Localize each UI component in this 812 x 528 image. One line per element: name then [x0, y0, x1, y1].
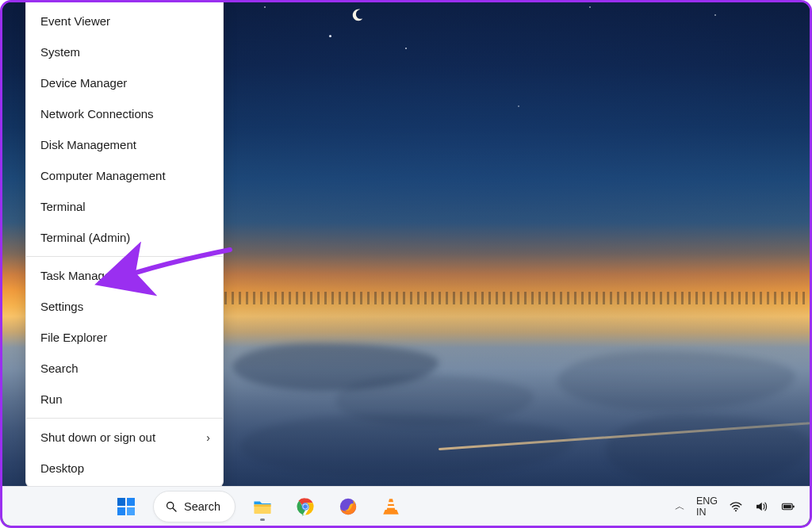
- menu-item-label: Terminal (Admin): [40, 231, 130, 244]
- menu-item-label: Event Viewer: [40, 14, 110, 28]
- lang-top: ENG: [696, 495, 718, 507]
- menu-separator: [26, 418, 223, 419]
- taskbar-app-chrome[interactable]: [289, 491, 321, 522]
- star-icon: [589, 6, 591, 8]
- moon-icon: [350, 7, 367, 25]
- winx-item-event-viewer[interactable]: Event Viewer: [26, 6, 223, 36]
- menu-item-label: Settings: [40, 300, 83, 313]
- star-icon: [518, 105, 519, 107]
- menu-item-label: Desktop: [40, 461, 84, 475]
- svg-rect-0: [117, 498, 125, 506]
- menu-item-label: Computer Management: [40, 169, 166, 182]
- winx-item-disk-management[interactable]: Disk Management: [26, 129, 223, 160]
- winx-item-system[interactable]: System: [26, 36, 223, 67]
- horizon-trees: [224, 292, 810, 304]
- battery-icon[interactable]: [779, 499, 797, 514]
- menu-item-label: File Explorer: [40, 331, 107, 344]
- search-label: Search: [184, 500, 220, 513]
- winx-item-terminal[interactable]: Terminal: [26, 191, 223, 222]
- volume-icon[interactable]: [754, 499, 768, 514]
- running-indicator: [260, 518, 265, 521]
- winx-item-search[interactable]: Search: [26, 353, 223, 384]
- winx-item-desktop[interactable]: Desktop: [26, 453, 223, 484]
- winx-item-network-connections[interactable]: Network Connections: [26, 98, 223, 129]
- winx-item-shut-down-or-sign-out[interactable]: Shut down or sign out›: [26, 422, 223, 453]
- menu-item-label: Run: [40, 392, 63, 406]
- star-icon: [405, 48, 407, 49]
- svg-rect-1: [127, 498, 135, 506]
- winx-menu: Event ViewerSystemDevice ManagerNetwork …: [25, 2, 224, 488]
- shadow: [240, 415, 573, 478]
- taskbar: Search: [2, 486, 810, 526]
- svg-rect-13: [388, 502, 393, 503]
- start-button[interactable]: [110, 491, 142, 522]
- wifi-icon[interactable]: [729, 499, 743, 514]
- svg-rect-2: [117, 507, 125, 515]
- menu-item-label: Disk Management: [40, 138, 136, 151]
- menu-separator: [26, 256, 223, 257]
- chevron-right-icon: ›: [206, 431, 210, 444]
- lang-bottom: IN: [696, 507, 718, 518]
- star-icon: [714, 14, 716, 16]
- menu-item-label: Network Connections: [40, 107, 154, 121]
- taskbar-app-file-explorer[interactable]: [247, 491, 278, 522]
- winx-item-settings[interactable]: Settings: [26, 291, 223, 322]
- taskbar-search[interactable]: Search: [153, 491, 236, 522]
- winx-item-file-explorer[interactable]: File Explorer: [26, 322, 223, 353]
- menu-item-label: Terminal: [40, 200, 86, 213]
- winx-item-run[interactable]: Run: [26, 384, 223, 415]
- menu-item-label: Task Manager: [40, 269, 115, 282]
- star-icon: [264, 6, 266, 8]
- svg-rect-18: [783, 504, 791, 508]
- svg-point-15: [735, 510, 737, 511]
- menu-item-label: Search: [40, 362, 79, 375]
- tray-overflow-button[interactable]: ︿: [675, 499, 685, 514]
- svg-point-11: [303, 504, 308, 509]
- tray-language[interactable]: ENG IN: [696, 495, 718, 518]
- winx-item-device-manager[interactable]: Device Manager: [26, 67, 223, 98]
- winx-item-computer-management[interactable]: Computer Management: [26, 160, 223, 191]
- menu-item-label: Shut down or sign out: [40, 430, 155, 444]
- winx-item-terminal-admin[interactable]: Terminal (Admin): [26, 222, 223, 253]
- svg-rect-17: [793, 505, 795, 507]
- svg-line-5: [173, 508, 176, 511]
- menu-item-label: Device Manager: [40, 76, 127, 90]
- svg-rect-3: [127, 507, 135, 515]
- svg-rect-14: [387, 506, 395, 507]
- star-icon: [329, 35, 331, 37]
- menu-item-label: System: [40, 45, 80, 59]
- svg-rect-7: [254, 504, 270, 506]
- winx-item-task-manager[interactable]: Task Manager: [26, 260, 223, 291]
- taskbar-app-vlc[interactable]: [375, 491, 407, 522]
- taskbar-app-firefox[interactable]: [332, 491, 364, 522]
- search-icon: [165, 500, 178, 513]
- shadow: [557, 351, 795, 411]
